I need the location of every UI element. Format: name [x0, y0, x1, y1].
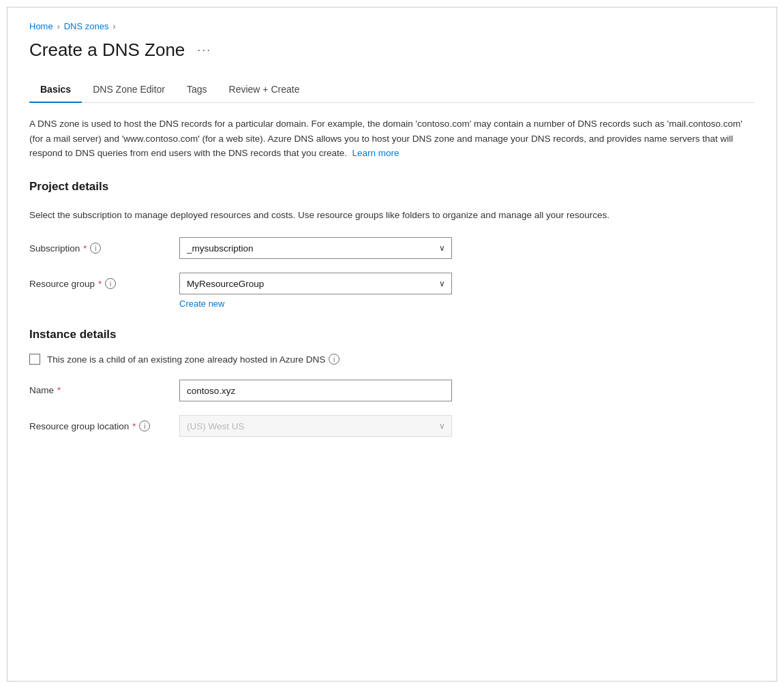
resource-group-location-label: Resource group location * i	[29, 415, 179, 431]
tab-tags[interactable]: Tags	[176, 77, 218, 103]
create-new-link[interactable]: Create new	[179, 299, 224, 309]
name-label: Name *	[29, 380, 179, 395]
description-text: A DNS zone is used to host the DNS recor…	[29, 117, 745, 161]
rgl-select[interactable]: (US) West US	[179, 415, 452, 437]
learn-more-link[interactable]: Learn more	[352, 148, 399, 158]
child-zone-label: This zone is a child of an existing zone…	[47, 354, 340, 365]
subscription-group: Subscription * i _mysubscription	[29, 237, 755, 259]
name-input[interactable]	[179, 380, 452, 401]
resource-group-select[interactable]: MyResourceGroup	[179, 273, 452, 294]
project-details-subtitle: Select the subscription to manage deploy…	[29, 209, 745, 222]
child-zone-checkbox[interactable]	[29, 354, 40, 365]
instance-details-section: Instance details	[29, 328, 755, 341]
ellipsis-button[interactable]: ···	[193, 42, 215, 59]
resource-group-info-icon[interactable]: i	[105, 278, 116, 289]
page-title-row: Create a DNS Zone ···	[29, 40, 755, 61]
resource-group-required: *	[98, 279, 102, 289]
rgl-control-wrap: (US) West US	[179, 415, 452, 437]
breadcrumb: Home › DNS zones ›	[29, 21, 755, 31]
tab-review-create[interactable]: Review + Create	[218, 77, 311, 103]
rgl-select-wrapper: (US) West US	[179, 415, 452, 437]
breadcrumb-dns-zones[interactable]: DNS zones	[64, 21, 109, 31]
resource-group-form-group: Resource group * i MyResourceGroup Creat…	[29, 273, 755, 309]
child-zone-info-icon[interactable]: i	[329, 354, 340, 365]
project-details-section: Project details	[29, 180, 755, 194]
subscription-required: *	[83, 243, 87, 254]
subscription-select-wrapper: _mysubscription	[179, 237, 452, 259]
rgl-required: *	[132, 421, 136, 431]
subscription-control-wrap: _mysubscription	[179, 237, 452, 259]
breadcrumb-home[interactable]: Home	[29, 21, 53, 31]
resource-group-select-wrapper: MyResourceGroup	[179, 273, 452, 294]
main-container: Home › DNS zones › Create a DNS Zone ···…	[7, 7, 777, 682]
resource-group-label: Resource group * i	[29, 273, 179, 289]
tab-dns-zone-editor[interactable]: DNS Zone Editor	[82, 77, 176, 103]
tab-basics[interactable]: Basics	[29, 77, 82, 103]
name-required: *	[57, 385, 61, 395]
subscription-info-icon[interactable]: i	[90, 243, 101, 254]
page-title: Create a DNS Zone	[29, 40, 185, 61]
subscription-label: Subscription * i	[29, 237, 179, 254]
name-form-group: Name *	[29, 380, 755, 401]
breadcrumb-sep-2: ›	[112, 22, 115, 31]
child-zone-row: This zone is a child of an existing zone…	[29, 354, 755, 365]
breadcrumb-sep-1: ›	[57, 22, 60, 31]
tabs-nav: Basics DNS Zone Editor Tags Review + Cre…	[29, 77, 755, 103]
rgl-info-icon[interactable]: i	[139, 421, 150, 431]
name-control-wrap	[179, 380, 452, 401]
instance-details-title: Instance details	[29, 328, 755, 341]
resource-group-control-wrap: MyResourceGroup Create new	[179, 273, 452, 309]
subscription-select[interactable]: _mysubscription	[179, 237, 452, 259]
resource-group-location-group: Resource group location * i (US) West US	[29, 415, 755, 437]
project-details-title: Project details	[29, 180, 755, 194]
